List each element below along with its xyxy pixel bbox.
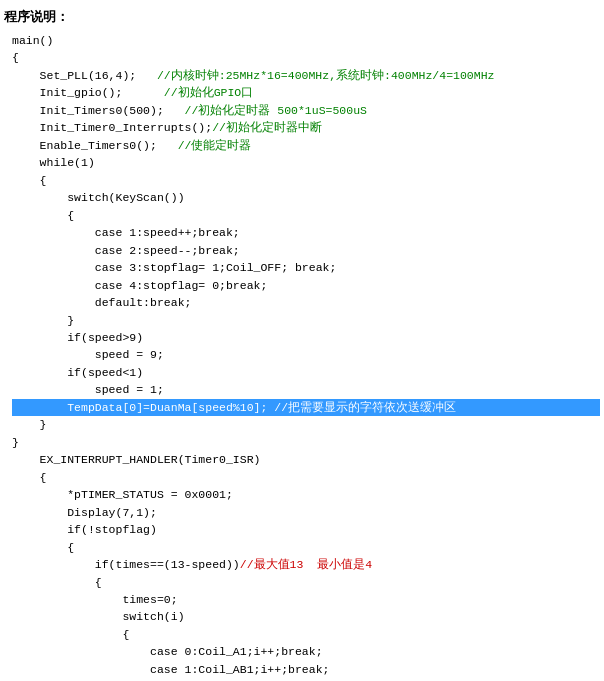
code-line: Display(7,1); — [12, 504, 600, 521]
code-line: switch(KeyScan()) — [12, 189, 600, 206]
code-line: { — [12, 539, 600, 556]
code-line: Init_Timers0(500); //初始化定时器 500*1uS=500u… — [12, 102, 600, 119]
code-line: Init_Timer0_Interrupts();//初始化定时器中断 — [12, 119, 600, 136]
code-line: { — [12, 207, 600, 224]
code-line: case 1:speed++;break; — [12, 224, 600, 241]
code-line: case 2:speed--;break; — [12, 242, 600, 259]
code-line: { — [12, 626, 600, 643]
section-title: 程序说明： — [4, 8, 600, 26]
code-line: case 3:stopflag= 1;Coil_OFF; break; — [12, 259, 600, 276]
code-line: } — [12, 434, 600, 451]
code-line: if(speed<1) — [12, 364, 600, 381]
code-line: times=0; — [12, 591, 600, 608]
code-line: if(times==(13-speed))//最大值13 最小值是4 — [12, 556, 600, 573]
code-line: case 1:Coil_AB1;i++;break; — [12, 661, 600, 678]
code-line: case 0:Coil_A1;i++;break; — [12, 643, 600, 660]
page-wrapper: 程序说明： main(){ Set_PLL(16,4); //内核时钟:25MH… — [0, 0, 604, 681]
code-line: } — [12, 312, 600, 329]
comment: //内核时钟:25MHz*16=400MHz,系统时钟:400MHz/4=100… — [157, 69, 495, 82]
code-line: TempData[0]=DuanMa[speed%10]; //把需要显示的字符… — [12, 399, 600, 416]
code-line: speed = 1; — [12, 381, 600, 398]
code-line: default:break; — [12, 294, 600, 311]
code-line: { — [12, 172, 600, 189]
code-line: { — [12, 469, 600, 486]
code-line: { — [12, 574, 600, 591]
code-line: { — [12, 49, 600, 66]
comment: //初始化定时器中断 — [212, 121, 322, 134]
code-line: Init_gpio(); //初始化GPIO口 — [12, 84, 600, 101]
comment: //初始化GPIO口 — [164, 86, 253, 99]
code-line: case 4:stopflag= 0;break; — [12, 277, 600, 294]
code-line: if(speed>9) — [12, 329, 600, 346]
code-block: main(){ Set_PLL(16,4); //内核时钟:25MHz*16=4… — [4, 32, 600, 681]
page-container: 程序说明： main(){ Set_PLL(16,4); //内核时钟:25MH… — [0, 0, 604, 681]
comment: //使能定时器 — [178, 139, 252, 152]
code-line: Set_PLL(16,4); //内核时钟:25MHz*16=400MHz,系统… — [12, 67, 600, 84]
code-line: Enable_Timers0(); //使能定时器 — [12, 137, 600, 154]
code-line: if(!stopflag) — [12, 521, 600, 538]
comment: //初始化定时器 500*1uS=500uS — [185, 104, 367, 117]
code-line: while(1) — [12, 154, 600, 171]
code-line: } — [12, 416, 600, 433]
code-line: EX_INTERRUPT_HANDLER(Timer0_ISR) — [12, 451, 600, 468]
code-line: speed = 9; — [12, 346, 600, 363]
comment-red: //最大值13 最小值是4 — [240, 558, 372, 571]
code-line: switch(i) — [12, 608, 600, 625]
code-line: main() — [12, 32, 600, 49]
code-line: *pTIMER_STATUS = 0x0001; — [12, 486, 600, 503]
